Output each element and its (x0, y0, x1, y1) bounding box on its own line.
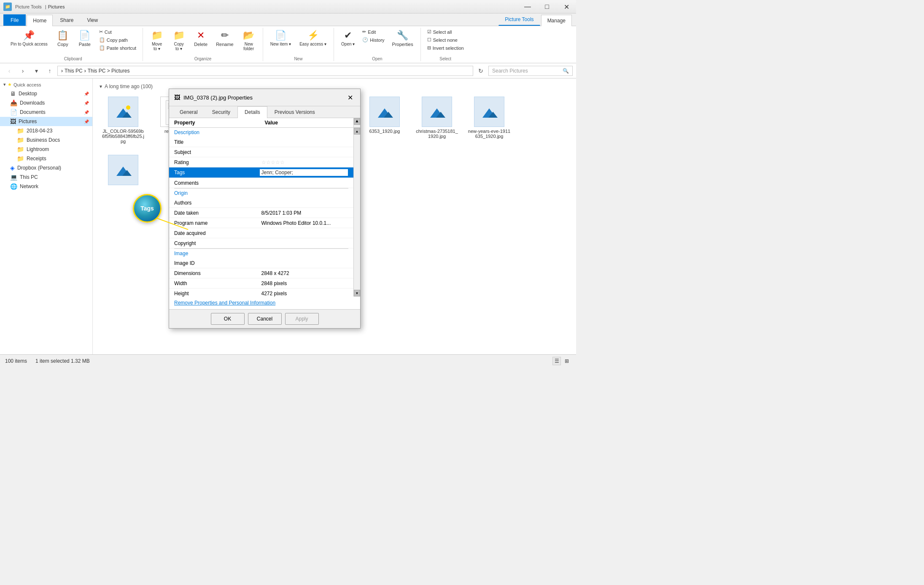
properties-button[interactable]: 🔧 Properties (388, 28, 417, 49)
new-item-button[interactable]: 📄 New item ▾ (267, 28, 295, 49)
dialog-tab-security[interactable]: Security (205, 106, 237, 118)
props-row-image-id[interactable]: Image ID (169, 258, 353, 268)
sidebar-this-pc-label: This PC (20, 174, 38, 180)
address-pictures[interactable]: This PC > Pictures (88, 68, 130, 74)
file-item-new-years-eve[interactable]: new-years-eve-1911635_1920.jpg (464, 93, 515, 148)
props-row-height[interactable]: Height 4272 pixels (169, 288, 353, 297)
open-button[interactable]: ✔ Open ▾ (337, 28, 358, 49)
maximize-button[interactable]: □ (537, 0, 557, 13)
file-name-jl-color: JL_COLOR-59569b6f5f9b58843ff6fb25.jpg (102, 129, 145, 144)
cut-button[interactable]: ✂ Cut (96, 28, 139, 36)
rename-button[interactable]: ✏ Rename (212, 28, 237, 49)
sidebar-item-receipts[interactable]: 📁 Receipts (0, 154, 92, 163)
back-button[interactable]: ‹ (3, 65, 15, 77)
address-path[interactable]: › This PC › This PC > Pictures (57, 66, 473, 76)
props-row-dimensions[interactable]: Dimensions 2848 x 4272 (169, 268, 353, 278)
file-item-extra1[interactable] (98, 151, 148, 191)
file-item-6353[interactable]: 6353_1920.jpg (359, 93, 410, 148)
props-row-comments[interactable]: Comments (169, 178, 353, 188)
props-row-width[interactable]: Width 2848 pixels (169, 278, 353, 288)
quick-access-header[interactable]: ▾ ★ Quick access (0, 80, 92, 89)
easy-access-button[interactable]: ⚡ Easy access ▾ (296, 28, 330, 49)
edit-button[interactable]: ✏ Edit (359, 28, 387, 36)
sidebar-item-pictures[interactable]: 🖼 Pictures 📌 (0, 117, 92, 126)
tab-share[interactable]: Share (54, 14, 80, 26)
file-item-jl-color[interactable]: JL_COLOR-59569b6f5f9b58843ff6fb25.jpg (98, 93, 148, 148)
copy-path-button[interactable]: 📋 Copy path (96, 36, 139, 44)
pin-to-quick-access-button[interactable]: 📌 Pin to Quick access (7, 28, 51, 49)
close-button[interactable]: ✕ (557, 0, 576, 13)
remove-properties-link[interactable]: Remove Properties and Personal Informati… (169, 297, 360, 309)
props-row-title[interactable]: Title (169, 137, 353, 147)
tab-home[interactable]: Home (27, 15, 53, 26)
ribbon: 📌 Pin to Quick access 📋 Copy 📄 Paste ✂ C… (0, 26, 576, 63)
tab-file[interactable]: File (3, 14, 26, 26)
file-item-christmas[interactable]: christmas-2735181_1920.jpg (412, 93, 462, 148)
ribbon-group-new: 📄 New item ▾ ⚡ Easy access ▾ New (263, 28, 334, 61)
props-row-copyright[interactable]: Copyright (169, 238, 353, 248)
sidebar-item-lightroom[interactable]: 📁 Lightroom (0, 145, 92, 154)
delete-button[interactable]: ✕ Delete (190, 28, 211, 49)
props-row-date-taken[interactable]: Date taken 8/5/2017 1:03 PM (169, 208, 353, 218)
subject-property-label: Subject (174, 149, 261, 155)
address-this-pc[interactable]: This PC (65, 68, 83, 74)
quick-access-chevron: ▾ (3, 82, 6, 87)
ok-button[interactable]: OK (211, 313, 245, 325)
dialog-tab-details[interactable]: Details (237, 106, 267, 118)
large-icons-view-button[interactable]: ⊞ (563, 357, 571, 365)
props-row-subject[interactable]: Subject (169, 147, 353, 157)
props-row-rating[interactable]: Rating ☆☆☆☆☆ (169, 157, 353, 167)
dialog-close-button[interactable]: ✕ (345, 92, 355, 102)
props-row-date-acquired[interactable]: Date acquired (169, 228, 353, 238)
search-box[interactable]: Search Pictures 🔍 (488, 66, 573, 76)
new-folder-icon: 📂 (243, 30, 254, 41)
sidebar-item-network[interactable]: 🌐 Network (0, 182, 92, 191)
props-row-program-name[interactable]: Program name Windows Photo Editor 10.0.1… (169, 218, 353, 228)
forward-button[interactable]: › (17, 65, 29, 77)
new-folder-button[interactable]: 📂 Newfolder (238, 28, 259, 53)
history-button[interactable]: 🕐 History (359, 36, 387, 44)
apply-button[interactable]: Apply (285, 313, 319, 325)
up-button[interactable]: ↑ (44, 65, 56, 77)
recent-locations-button[interactable]: ▾ (30, 65, 42, 77)
details-view-button[interactable]: ☰ (552, 357, 561, 365)
sidebar-item-documents[interactable]: 📄 Documents 📌 (0, 108, 92, 117)
sidebar-item-2018[interactable]: 📁 2018-04-23 (0, 126, 92, 135)
ribbon-section-label: Picture Tools (15, 4, 42, 9)
comments-property-label: Comments (174, 180, 261, 186)
sidebar-item-business[interactable]: 📁 Business Docs (0, 135, 92, 145)
invert-selection-button[interactable]: ⊟ Invert selection (424, 44, 467, 52)
properties-body[interactable]: Description Title Subject Rating ☆☆☆☆☆ (169, 128, 360, 297)
scroll-down-button[interactable]: ▼ (354, 290, 360, 297)
folder-icon-business: 📁 (17, 137, 24, 143)
sidebar-item-desktop[interactable]: 🖥 Desktop 📌 (0, 89, 92, 98)
tags-input-container[interactable] (259, 169, 349, 176)
sidebar-item-this-pc[interactable]: 💻 This PC (0, 173, 92, 182)
copy-to-button[interactable]: 📁 Copyto ▾ (168, 28, 189, 53)
dialog-tab-previous-versions[interactable]: Previous Versions (267, 106, 322, 118)
properties-dialog[interactable]: 🖼 IMG_0378 (2).jpg Properties ✕ General … (169, 89, 361, 329)
props-row-authors[interactable]: Authors (169, 198, 353, 208)
tab-view[interactable]: View (81, 14, 104, 26)
sidebar-item-dropbox[interactable]: ◈ Dropbox (Personal) (0, 163, 92, 173)
folder-icon-2018: 📁 (17, 127, 24, 134)
svg-point-3 (126, 105, 130, 110)
pin-indicator-2: 📌 (84, 101, 89, 105)
minimize-button[interactable]: — (518, 0, 537, 13)
select-all-button[interactable]: ☑ Select all (424, 28, 467, 36)
move-to-button[interactable]: 📁 Moveto ▾ (146, 28, 167, 53)
cancel-button[interactable]: Cancel (248, 313, 282, 325)
refresh-button[interactable]: ↻ (475, 65, 487, 77)
copy-button[interactable]: 📋 Copy (52, 28, 73, 49)
props-scrollbar[interactable]: ▲ ▼ (353, 128, 360, 297)
select-none-button[interactable]: ☐ Select none (424, 36, 467, 44)
paste-shortcut-button[interactable]: 📋 Paste shortcut (96, 44, 139, 52)
dialog-tab-general[interactable]: General (172, 106, 205, 118)
props-row-tags[interactable]: Tags (169, 167, 353, 178)
tab-manage[interactable]: Manage (541, 15, 572, 26)
sidebar-item-downloads[interactable]: 📥 Downloads 📌 (0, 98, 92, 108)
scroll-up-button[interactable]: ▲ (354, 128, 360, 135)
tags-input-field[interactable] (261, 170, 347, 175)
paste-button[interactable]: 📄 Paste (74, 28, 95, 49)
rating-property-value: ☆☆☆☆☆ (261, 159, 349, 165)
